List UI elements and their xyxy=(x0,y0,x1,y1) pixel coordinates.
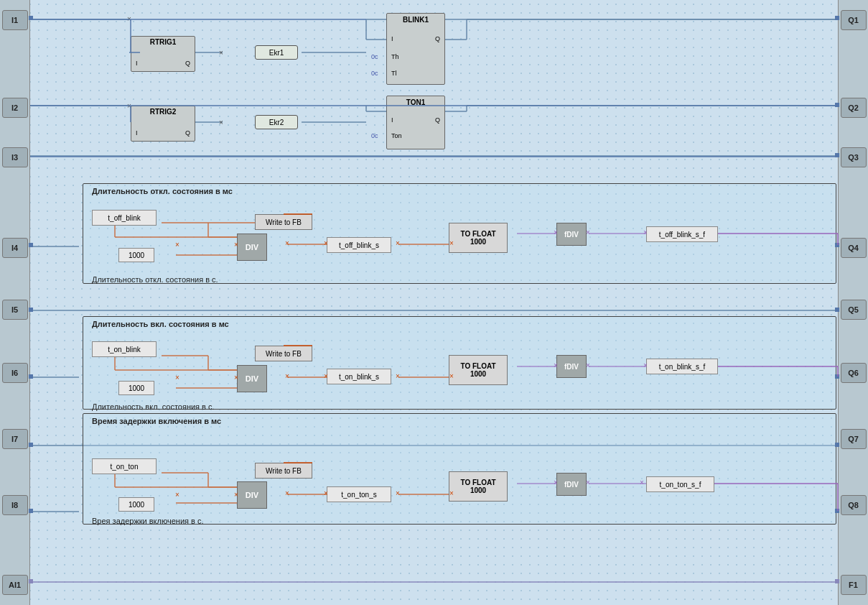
write-to-fb-3[interactable]: Write to FB xyxy=(255,463,312,479)
pin-Q4: Q4 xyxy=(841,238,867,258)
section1-footer: Длительность откл. состояния в с. xyxy=(92,275,218,284)
pin-I6: I6 xyxy=(2,363,28,383)
ekr1-label: Ekr1 xyxy=(269,49,284,57)
ton1-port-q: Q xyxy=(435,116,440,124)
section1-title: Длительность откл. состояния в мс xyxy=(92,187,233,195)
t-on-blink-sf-var[interactable]: t_on_blink_s_f xyxy=(646,359,718,374)
pin-I1: I1 xyxy=(2,10,28,30)
right-rail: Q1 Q2 Q3 Q4 Q5 Q6 Q7 Q8 F1 xyxy=(838,0,868,605)
ekr2-coil[interactable]: Ekr2 xyxy=(255,114,305,130)
t-on-ton-sf-var[interactable]: t_on_ton_s_f xyxy=(646,476,714,492)
t-on-ton-s-var[interactable]: t_on_ton_s xyxy=(327,486,391,502)
to-float-3[interactable]: TO FLOAT 1000 xyxy=(449,471,508,502)
to-float-1[interactable]: TO FLOAT 1000 xyxy=(449,223,508,253)
t-off-blink-s-var[interactable]: t_off_blink_s xyxy=(327,237,391,253)
t-on-blink-s-var[interactable]: t_on_blink_s xyxy=(327,369,391,384)
div-block-2[interactable]: DIV xyxy=(237,365,267,392)
val-1000-1: 1000 xyxy=(118,248,154,262)
rtrig2-port-i: I xyxy=(136,129,138,137)
fdiv-block-1[interactable]: fDIV xyxy=(556,223,587,246)
to-float-2[interactable]: TO FLOAT 1000 xyxy=(449,355,508,385)
t-on-blink-var[interactable]: t_on_blink xyxy=(92,341,157,357)
pin-Q8: Q8 xyxy=(841,495,867,515)
ton1-port-ton: Ton xyxy=(391,132,402,139)
pin-Q6: Q6 xyxy=(841,363,867,383)
main-canvas: × × × × I1 I2 I3 I4 I5 I6 I7 I8 AI1 Q1 Q… xyxy=(0,0,868,605)
write-to-fb-2[interactable]: Write to FB xyxy=(255,346,312,361)
pin-AI1: AI1 xyxy=(2,575,28,595)
blink1-port-i: I xyxy=(391,35,393,42)
fdiv-block-3[interactable]: fDIV xyxy=(556,473,587,496)
pin-Q2: Q2 xyxy=(841,98,867,118)
val-1000-3: 1000 xyxy=(118,497,154,512)
left-rail: I1 I2 I3 I4 I5 I6 I7 I8 AI1 xyxy=(0,0,30,605)
svg-text:×: × xyxy=(127,15,131,23)
pin-I5: I5 xyxy=(2,300,28,320)
rtrig1-label: RTRIG1 xyxy=(131,38,195,46)
rtrig1-port-q: Q xyxy=(185,60,190,67)
section2-title: Длительность вкл. состояния в мс xyxy=(92,320,229,328)
pin-Q3: Q3 xyxy=(841,147,867,167)
ekr2-label: Ekr2 xyxy=(269,119,284,126)
pin-I7: I7 xyxy=(2,429,28,449)
pin-Q5: Q5 xyxy=(841,300,867,320)
t-off-blink-sf-var[interactable]: t_off_blink_s_f xyxy=(646,226,718,242)
blink1-label: BLINK1 xyxy=(387,16,444,24)
div-block-1[interactable]: DIV xyxy=(237,234,267,261)
ton1-label: TON1 xyxy=(387,98,444,106)
rtrig2-block[interactable]: RTRIG2 I Q xyxy=(131,106,195,142)
section3-title: Время задержки включения в мс xyxy=(92,417,221,425)
rtrig2-label: RTRIG2 xyxy=(131,108,195,116)
val-1000-2: 1000 xyxy=(118,381,154,395)
pin-I3: I3 xyxy=(2,147,28,167)
pin-Q1: Q1 xyxy=(841,10,867,30)
section3-box xyxy=(83,413,836,525)
section2-footer: Длительность вкл. состояния в с. xyxy=(92,402,215,411)
rtrig1-port-i: I xyxy=(136,60,138,67)
blink1-port-th: Th xyxy=(391,53,399,60)
section3-footer: Врея задержки включения в с. xyxy=(92,517,204,525)
write-to-fb-1[interactable]: Write to FB xyxy=(255,214,312,230)
rtrig1-block[interactable]: RTRIG1 I Q xyxy=(131,36,195,72)
ton1-port-i: I xyxy=(391,116,393,124)
blink1-val-tl: 0c xyxy=(371,70,378,77)
ekr1-coil[interactable]: Ekr1 xyxy=(255,45,305,60)
fdiv-block-2[interactable]: fDIV xyxy=(556,355,587,378)
pin-Q7: Q7 xyxy=(841,429,867,449)
blink1-block[interactable]: BLINK1 I Q Th Tl 0c 0c xyxy=(386,13,445,85)
pin-F1: F1 xyxy=(841,575,867,595)
svg-text:×: × xyxy=(219,49,223,57)
rtrig2-port-q: Q xyxy=(185,129,190,137)
ton1-block[interactable]: TON1 I Q Ton 0c xyxy=(386,96,445,149)
t-off-blink-var[interactable]: t_off_blink xyxy=(92,210,157,226)
pin-I8: I8 xyxy=(2,495,28,515)
blink1-val-th: 0c xyxy=(371,53,378,60)
pin-I2: I2 xyxy=(2,98,28,118)
pin-I4: I4 xyxy=(2,238,28,258)
blink1-port-tl: Tl xyxy=(391,70,397,77)
div-block-3[interactable]: DIV xyxy=(237,481,267,509)
svg-text:×: × xyxy=(219,119,223,126)
t-on-ton-var[interactable]: t_on_ton xyxy=(92,458,157,474)
ton1-val-ton: 0c xyxy=(371,132,378,139)
blink1-port-q: Q xyxy=(435,35,440,42)
